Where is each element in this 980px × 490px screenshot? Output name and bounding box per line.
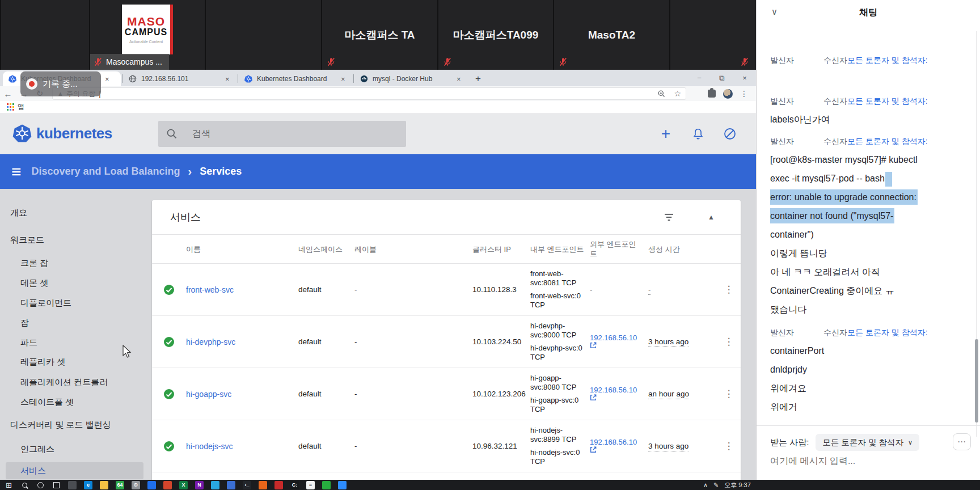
sidebar-item-9[interactable]: 레플리케이션 컨트롤러 [0, 375, 150, 389]
message-recipient[interactable]: 모든 토론자 및 참석자: [847, 328, 928, 337]
service-name-link[interactable]: front-web-svc [186, 285, 234, 294]
message-recipient[interactable]: 모든 토론자 및 참석자: [847, 137, 928, 146]
message-recipient[interactable]: 모든 토론자 및 참석자: [847, 56, 928, 65]
minimize-button[interactable]: − [688, 70, 711, 86]
store-icon[interactable] [147, 481, 156, 489]
tab-close-icon[interactable]: × [457, 75, 461, 83]
cortana-icon[interactable] [36, 481, 45, 489]
tray-chevron-icon[interactable]: ∧ [703, 481, 708, 489]
service-name-link[interactable]: hi-devphp-svc [186, 337, 235, 347]
sidebar-item-6[interactable]: 잡 [0, 316, 150, 330]
service-name-cell[interactable]: front-web-svc [186, 285, 298, 294]
browser-tab[interactable]: 192.168.56.101× [123, 71, 235, 86]
profile-avatar[interactable] [723, 89, 733, 99]
col-external-endpoints[interactable]: 외부 엔드포인트 [590, 239, 648, 259]
col-internal-endpoints[interactable]: 내부 엔드포인트 [530, 244, 590, 254]
col-namespace[interactable]: 네임스페이스 [298, 244, 354, 254]
excel-icon[interactable]: X [179, 481, 188, 489]
close-button[interactable]: × [733, 70, 756, 86]
external-endpoint-link[interactable]: 192.168.56.10 [590, 386, 648, 394]
notepad-icon[interactable]: ≡ [306, 481, 315, 489]
browser-tab[interactable]: Kubernetes Dashboard× [239, 71, 351, 86]
video-tile: 마소캠퍼스 TA [321, 0, 437, 70]
app-64-icon[interactable]: 64 [116, 481, 124, 489]
sidebar-item-8[interactable]: 레플리카 셋 [0, 355, 150, 369]
onenote-icon[interactable]: N [195, 481, 204, 489]
sidebar-item-12[interactable]: 인그레스 [0, 442, 150, 456]
service-name-link[interactable]: hi-goapp-svc [186, 390, 231, 399]
service-name-cell[interactable]: hi-devphp-svc [186, 337, 298, 347]
bookmark-star-icon[interactable]: ☆ [674, 89, 681, 98]
service-name-link[interactable]: hi-nodejs-svc [186, 442, 233, 451]
breadcrumb-section[interactable]: Discovery and Load Balancing [32, 166, 180, 178]
taskbar-clock[interactable]: 오후 9:37 [724, 481, 750, 489]
tab-close-icon[interactable]: × [341, 75, 345, 83]
sidebar-item-11[interactable]: 디스커버리 및 로드 밸런싱 [0, 418, 150, 432]
external-endpoint-link[interactable]: 192.168.56.10 [590, 333, 648, 342]
notifications-bell-icon[interactable] [687, 122, 709, 145]
search-icon[interactable] [20, 481, 29, 489]
notes-app-icon[interactable] [68, 481, 77, 489]
browser-tab[interactable]: mysql - Docker Hub× [354, 71, 467, 86]
extensions-puzzle-icon[interactable] [708, 90, 716, 98]
sidebar-item-7[interactable]: 파드 [0, 336, 150, 349]
zoom-page-icon[interactable] [657, 90, 666, 98]
apps-grid-icon[interactable] [7, 103, 14, 111]
sidebar-item-4[interactable]: 데몬 셋 [0, 276, 150, 290]
col-labels[interactable]: 레이블 [354, 244, 472, 254]
external-link-icon[interactable] [590, 394, 597, 401]
logout-icon[interactable] [719, 122, 741, 145]
sidebar-item-2[interactable]: 워크로드 [0, 233, 150, 247]
browser-menu-icon[interactable]: ⋮ [740, 89, 748, 98]
start-button[interactable]: ⊞ [5, 481, 13, 489]
back-icon[interactable]: ← [0, 89, 16, 99]
sidebar-item-5[interactable]: 디플로이먼트 [0, 296, 150, 310]
message-recipient[interactable]: 모든 토론자 및 참석자: [847, 96, 928, 105]
omnibox[interactable]: ▲ 주의 요함 | ☆ [52, 87, 686, 100]
task-view-icon[interactable] [52, 481, 61, 489]
chat-app-icon[interactable] [338, 481, 347, 489]
orange-app-icon[interactable] [259, 481, 267, 489]
col-name[interactable]: 이름 [186, 244, 298, 254]
file-explorer-icon[interactable] [100, 481, 108, 489]
skype-icon[interactable] [211, 481, 219, 489]
kubernetes-logo[interactable]: kubernetes [12, 124, 112, 143]
green-app-icon[interactable] [322, 481, 331, 489]
col-cluster-ip[interactable]: 클러스터 IP [472, 244, 530, 254]
pen-icon[interactable]: ✎ [713, 481, 719, 489]
sidebar-item-1[interactable]: 개요 [0, 206, 150, 219]
external-link-icon[interactable] [590, 446, 597, 453]
collapse-card-icon[interactable]: ▲ [708, 213, 715, 221]
external-link-icon[interactable] [590, 342, 597, 349]
edge-icon[interactable]: e [84, 481, 92, 489]
new-tab-button[interactable]: + [471, 73, 485, 85]
filter-icon[interactable] [664, 213, 674, 222]
external-endpoint-link[interactable]: 192.168.56.10 [590, 438, 648, 446]
tab-close-icon[interactable]: × [105, 75, 109, 83]
row-menu-icon[interactable]: ⋮ [717, 284, 741, 295]
settings-gear-icon[interactable]: ⚙ [132, 481, 140, 489]
chat-more-button[interactable]: ⋯ [953, 433, 971, 450]
chat-message-input[interactable] [770, 456, 963, 466]
apps-shortcut[interactable]: 앱 [18, 102, 24, 112]
chat-scrollbar-thumb[interactable] [975, 339, 978, 423]
security-shield-icon[interactable] [227, 481, 235, 489]
tab-close-icon[interactable]: × [225, 75, 230, 83]
maximize-button[interactable]: ⧉ [711, 70, 733, 86]
row-menu-icon[interactable]: ⋮ [717, 336, 741, 348]
col-created[interactable]: 생성 시간 [648, 244, 717, 254]
dashboard-search[interactable]: 검색 [158, 121, 406, 147]
red-app-icon[interactable] [163, 481, 172, 489]
create-resource-button[interactable]: + [654, 122, 677, 145]
recipient-dropdown[interactable]: 모든 토론자 및 참석자 ∨ [816, 434, 919, 451]
service-name-cell[interactable]: hi-goapp-svc [186, 390, 298, 399]
cmd-icon[interactable]: C: [290, 481, 299, 489]
sidebar-item-13[interactable]: 서비스 [6, 462, 143, 479]
row-menu-icon[interactable]: ⋮ [717, 440, 741, 452]
pdf-app-icon[interactable] [274, 481, 283, 489]
row-menu-icon[interactable]: ⋮ [717, 388, 741, 400]
sidebar-item-3[interactable]: 크론 잡 [0, 256, 150, 270]
sidebar-item-10[interactable]: 스테이트풀 셋 [0, 395, 150, 409]
terminal-icon[interactable]: ›_ [243, 481, 251, 489]
service-name-cell[interactable]: hi-nodejs-svc [186, 442, 298, 451]
